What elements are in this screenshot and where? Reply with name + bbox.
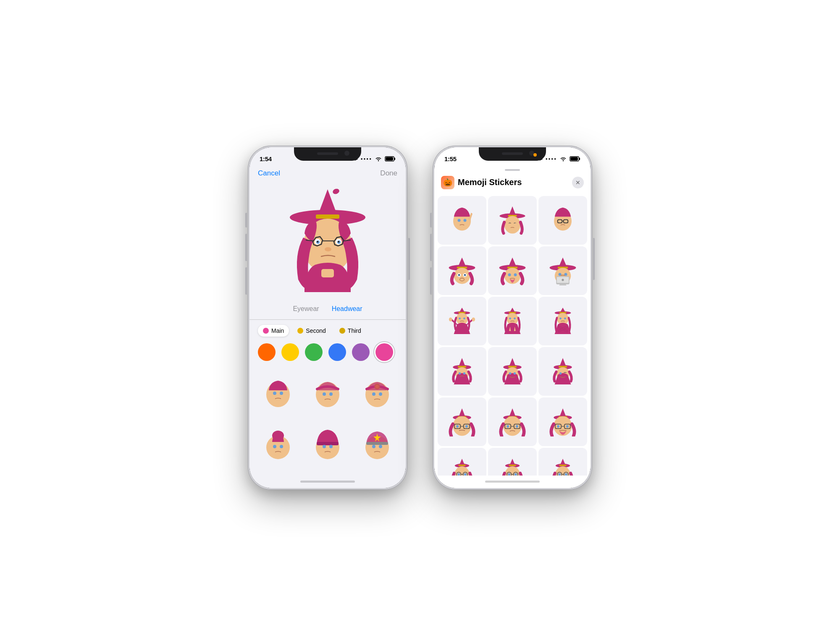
swatch-blue[interactable]: [328, 343, 346, 361]
sticker-item-15[interactable]: [538, 397, 587, 446]
svg-point-97: [509, 317, 511, 319]
sticker-item-1[interactable]: [438, 196, 486, 245]
swatch-green[interactable]: [305, 343, 323, 361]
sticker-item-16[interactable]: [438, 448, 486, 476]
power-button-2[interactable]: [593, 238, 595, 280]
svg-marker-159: [509, 459, 515, 465]
color-tab-third-label: Third: [348, 327, 361, 334]
svg-point-50: [464, 219, 467, 222]
sticker-item-2[interactable]: [488, 196, 537, 245]
sticker-item-3[interactable]: [538, 196, 587, 245]
hat-grid: [249, 366, 406, 476]
svg-marker-150: [459, 459, 465, 465]
color-tab-main[interactable]: Main: [258, 325, 289, 337]
svg-point-54: [504, 216, 521, 233]
svg-rect-170: [559, 465, 566, 466]
hat-item-beanie[interactable]: [303, 421, 352, 467]
svg-point-67: [459, 274, 460, 275]
phone-1-inner: 1:54 ➤ ●●●●: [249, 147, 406, 488]
sticker-item-11[interactable]: [488, 347, 537, 396]
segment-eyewear[interactable]: Eyewear: [293, 303, 319, 314]
svg-point-19: [325, 247, 331, 251]
done-button[interactable]: Done: [380, 169, 397, 178]
swatch-purple[interactable]: [352, 343, 370, 361]
svg-point-30: [372, 392, 375, 396]
memoji-preview: [249, 181, 406, 298]
status-icons-1: ➤ ●●●●: [354, 156, 396, 162]
svg-point-138: [507, 425, 509, 427]
hat-item-none[interactable]: [254, 369, 302, 415]
svg-point-43: [372, 445, 375, 448]
svg-point-139: [516, 425, 518, 427]
home-bar-1: [300, 481, 355, 483]
hat-item-star-headband[interactable]: [353, 421, 402, 467]
svg-point-90: [463, 317, 465, 319]
svg-point-147: [557, 425, 559, 427]
volume-up-button[interactable]: [245, 234, 247, 261]
carrier-dots-2: ●●●●: [546, 157, 557, 161]
color-tab-main-label: Main: [271, 327, 284, 334]
hat-item-coin-band[interactable]: [353, 369, 402, 415]
color-tab-second[interactable]: Second: [292, 325, 331, 337]
svg-marker-118: [559, 358, 566, 367]
svg-point-125: [453, 416, 471, 436]
svg-point-109: [459, 372, 461, 374]
phone-2-inner: 1:55 ➤ ●●●●: [434, 147, 591, 488]
sticker-item-7[interactable]: [438, 297, 486, 345]
memoji-character: [281, 187, 374, 292]
svg-point-121: [559, 372, 562, 374]
svg-point-115: [509, 372, 511, 374]
speaker-grille-2: [502, 152, 523, 155]
svg-point-129: [456, 425, 459, 427]
svg-point-148: [566, 425, 569, 427]
mute-button-2[interactable]: [430, 213, 432, 227]
notch-2: [479, 147, 546, 161]
hat-item-bun[interactable]: [254, 421, 302, 467]
svg-point-62: [454, 268, 470, 284]
color-tab-second-label: Second: [306, 327, 326, 334]
hat-item-headband[interactable]: [303, 369, 352, 415]
nav-bar-1: Cancel Done: [249, 166, 406, 181]
svg-point-89: [459, 317, 461, 319]
sticker-item-5[interactable]: [488, 246, 537, 295]
mute-button[interactable]: [245, 213, 247, 227]
svg-point-39: [329, 445, 333, 448]
volume-down-button-2[interactable]: [430, 267, 432, 295]
svg-marker-71: [508, 257, 517, 268]
color-swatches: [249, 340, 406, 366]
svg-point-130: [465, 425, 468, 427]
swatch-orange[interactable]: [258, 343, 276, 361]
volume-up-button-2[interactable]: [430, 234, 432, 261]
svg-point-22: [273, 392, 276, 395]
sticker-item-13[interactable]: [438, 397, 486, 446]
cancel-button[interactable]: Cancel: [258, 169, 280, 178]
phone-1: 1:54 ➤ ●●●●: [248, 146, 407, 490]
sticker-close-button[interactable]: ✕: [572, 177, 584, 188]
swatch-pink[interactable]: [375, 343, 393, 361]
svg-marker-132: [509, 408, 516, 418]
svg-point-35: [280, 445, 283, 448]
sticker-item-17[interactable]: [488, 448, 537, 476]
color-tab-third[interactable]: Third: [334, 325, 366, 337]
sticker-item-9[interactable]: [538, 297, 587, 345]
sticker-item-8[interactable]: [488, 297, 537, 345]
sticker-item-10[interactable]: [438, 347, 486, 396]
wifi-icon-2: [559, 157, 567, 162]
sticker-item-6[interactable]: [538, 246, 587, 295]
segment-control: Eyewear Headwear: [249, 298, 406, 320]
power-button[interactable]: [408, 238, 410, 280]
swatch-yellow[interactable]: [281, 343, 299, 361]
svg-point-92: [472, 317, 475, 321]
home-indicator-2: [434, 476, 591, 488]
svg-rect-37: [317, 442, 339, 445]
svg-marker-141: [559, 408, 566, 418]
svg-marker-52: [509, 206, 516, 216]
segment-headwear[interactable]: Headwear: [332, 303, 362, 314]
sticker-item-12[interactable]: [538, 347, 587, 396]
sticker-item-14[interactable]: [488, 397, 537, 446]
sticker-item-18[interactable]: [538, 448, 587, 476]
sticker-item-4[interactable]: [438, 246, 486, 295]
home-indicator-1: [249, 476, 406, 488]
time-2: 1:55: [444, 155, 457, 162]
volume-down-button[interactable]: [245, 267, 247, 295]
